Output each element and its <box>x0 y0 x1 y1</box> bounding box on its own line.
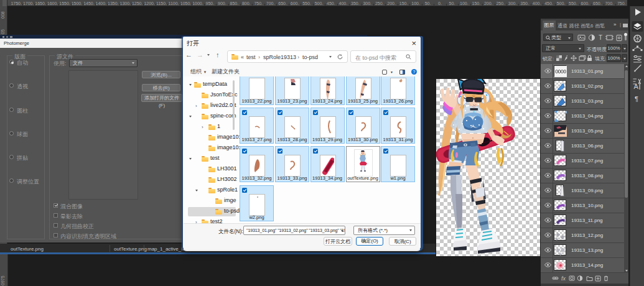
svg-text:fx: fx <box>561 275 566 282</box>
svg-text:A: A <box>634 83 639 90</box>
svg-text:¶: ¶ <box>635 95 638 103</box>
svg-text:T: T <box>599 34 602 41</box>
